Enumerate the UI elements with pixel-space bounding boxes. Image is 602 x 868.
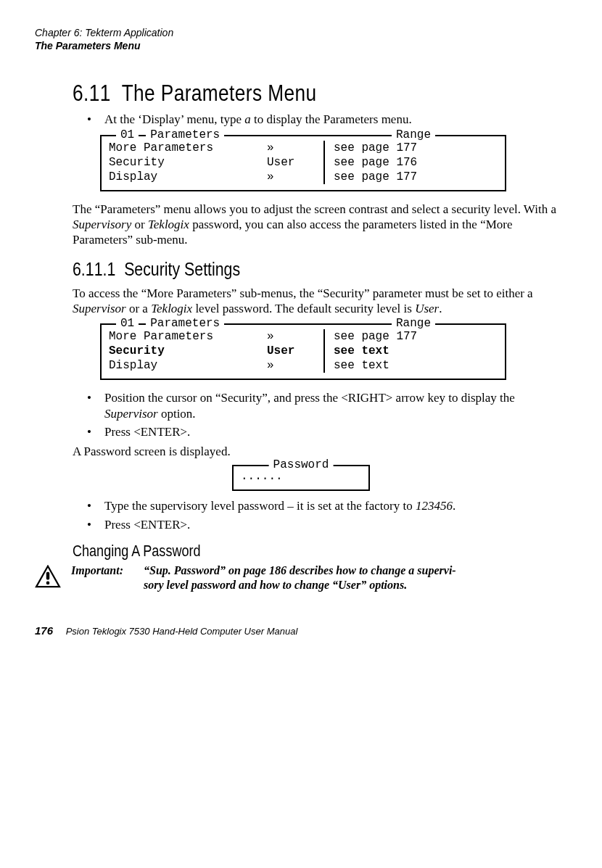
table-row: Security User see page 176 <box>109 155 498 170</box>
section-label: The Parameters Menu <box>35 39 567 52</box>
menu1-r2-name: Display <box>109 170 267 184</box>
important-message: “Sup. Password” on page 186 describes ho… <box>144 563 550 592</box>
table-row: Security User see text <box>109 344 498 358</box>
subsection-number: 6.11.1 <box>73 258 115 280</box>
menu2-r0-range: see page 177 <box>324 329 498 344</box>
password-box-wrap: Password ...... <box>35 465 567 491</box>
menu1-r0-range: see page 177 <box>324 141 498 155</box>
svg-point-2 <box>46 582 50 585</box>
subsection-title: Security Settings <box>124 258 240 280</box>
menu2-r0-name: More Parameters <box>109 329 267 344</box>
menu1-r2-val: » <box>267 170 324 184</box>
section-title: The Parameters Menu <box>122 80 317 106</box>
book-title: Psion Teklogix 7530 Hand-Held Computer U… <box>66 626 298 637</box>
password-legend: Password <box>269 458 334 472</box>
page-header: Chapter 6: Tekterm Application The Param… <box>35 26 567 52</box>
menu1-r1-val: User <box>267 155 324 170</box>
paragraph-3: A Password screen is displayed. <box>73 444 567 459</box>
paragraph-2: To access the “More Parameters” sub-menu… <box>73 286 567 317</box>
menu2-legend-right: Range <box>392 316 435 331</box>
menu2-r1-name: Security <box>109 344 267 358</box>
page-number: 176 <box>35 624 53 637</box>
changing-password-heading: Changing A Password <box>35 541 567 561</box>
important-label: Important: <box>71 563 141 578</box>
instruction-bullets-1: Position the cursor on “Security”, and p… <box>87 390 567 439</box>
menu2-r2-val: » <box>267 358 324 373</box>
menu1-legend-mid: Parameters <box>146 128 224 142</box>
table-row: More Parameters » see page 177 <box>109 329 498 344</box>
menu1-r1-range: see page 176 <box>324 155 498 170</box>
intro-bullet: At the ‘Display’ menu, type a to display… <box>87 112 567 127</box>
menu2-r2-name: Display <box>109 358 267 373</box>
menu2-table: More Parameters » see page 177 Security … <box>109 329 498 373</box>
password-box: Password ...... <box>232 465 370 491</box>
parameters-menu-box-1: 01 Parameters Range More Parameters » se… <box>100 135 506 191</box>
menu2-r0-val: » <box>267 329 324 344</box>
list-item: Press <ENTER>. <box>87 424 567 439</box>
menu1-r0-val: » <box>267 141 324 155</box>
chapter-label: Chapter 6: Tekterm Application <box>35 26 567 39</box>
menu1-r0-name: More Parameters <box>109 141 267 155</box>
instruction-bullets-2: Type the supervisory level password – it… <box>87 498 567 532</box>
important-note: Important: “Sup. Password” on page 186 d… <box>35 563 567 592</box>
list-item: Press <ENTER>. <box>87 517 567 532</box>
list-item: Position the cursor on “Security”, and p… <box>87 390 567 421</box>
menu1-r1-name: Security <box>109 155 267 170</box>
intro-bullets: At the ‘Display’ menu, type a to display… <box>87 112 567 127</box>
section-heading: 6.11 The Parameters Menu <box>35 78 567 107</box>
svg-rect-1 <box>46 572 49 580</box>
menu2-legend-mid: Parameters <box>146 316 224 331</box>
table-row: Display » see text <box>109 358 498 373</box>
table-row: More Parameters » see page 177 <box>109 141 498 155</box>
section-number: 6.11 <box>73 80 111 106</box>
menu1-legend-right: Range <box>392 128 435 142</box>
menu2-r2-range: see text <box>324 358 498 373</box>
warning-icon <box>35 565 61 588</box>
menu1-r2-range: see page 177 <box>324 170 498 184</box>
menu2-r1-val: User <box>267 344 324 358</box>
menu2-r1-range: see text <box>324 344 498 358</box>
subsection-heading: 6.11.1 Security Settings <box>35 257 567 281</box>
parameters-menu-box-2: 01 Parameters Range More Parameters » se… <box>100 323 506 380</box>
menu1-legend-left: 01 <box>116 128 139 142</box>
menu1-table: More Parameters » see page 177 Security … <box>109 141 498 184</box>
table-row: Display » see page 177 <box>109 170 498 184</box>
menu2-legend-left: 01 <box>116 316 139 331</box>
paragraph-1: The “Parameters” menu allows you to adju… <box>73 202 567 248</box>
list-item: Type the supervisory level password – it… <box>87 498 567 513</box>
page-footer: 176 Psion Teklogix 7530 Hand-Held Comput… <box>35 624 567 638</box>
